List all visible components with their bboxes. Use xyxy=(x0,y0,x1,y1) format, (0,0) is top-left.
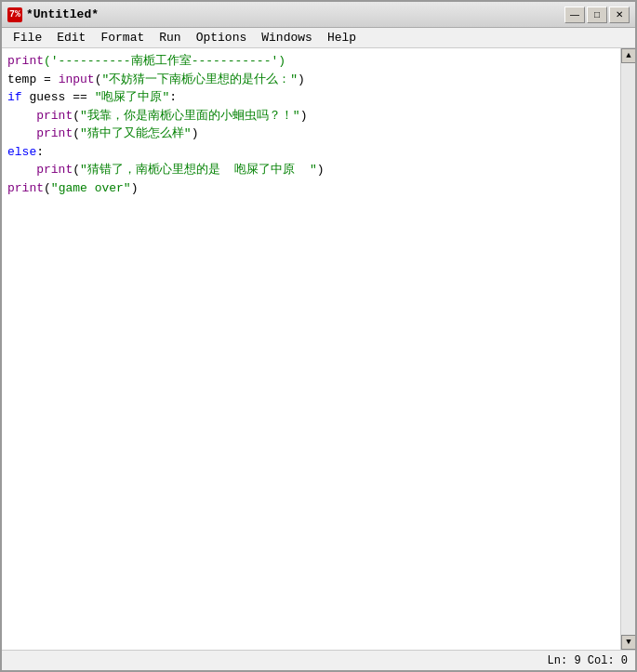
window-title: *Untitled* xyxy=(26,7,99,21)
menu-file[interactable]: File xyxy=(6,29,49,46)
status-text: Ln: 9 Col: 0 xyxy=(548,654,628,667)
menu-windows[interactable]: Windows xyxy=(254,29,320,46)
title-bar-buttons: — □ ✕ xyxy=(564,7,630,23)
title-bar: 7% *Untitled* — □ ✕ xyxy=(2,2,635,28)
menu-edit[interactable]: Edit xyxy=(49,29,93,46)
menu-bar: File Edit Format Run Options Windows Hel… xyxy=(2,28,635,48)
editor-area: print('----------南栀工作室-----------') temp… xyxy=(2,48,635,650)
menu-options[interactable]: Options xyxy=(189,29,255,46)
code-editor[interactable]: print('----------南栀工作室-----------') temp… xyxy=(2,48,620,650)
close-button[interactable]: ✕ xyxy=(609,7,630,23)
menu-help[interactable]: Help xyxy=(320,29,364,46)
maximize-button[interactable]: □ xyxy=(587,7,607,23)
scroll-track[interactable] xyxy=(621,63,635,635)
vertical-scrollbar[interactable]: ▲ ▼ xyxy=(620,48,635,650)
status-bar: Ln: 9 Col: 0 xyxy=(2,650,635,670)
menu-run[interactable]: Run xyxy=(152,29,188,46)
scroll-down-button[interactable]: ▼ xyxy=(621,635,635,650)
main-window: 7% *Untitled* — □ ✕ File Edit Format Run… xyxy=(0,0,637,672)
scroll-up-button[interactable]: ▲ xyxy=(621,48,635,63)
title-bar-left: 7% *Untitled* xyxy=(7,7,99,22)
minimize-button[interactable]: — xyxy=(564,7,585,23)
app-icon: 7% xyxy=(7,7,22,22)
menu-format[interactable]: Format xyxy=(93,29,152,46)
